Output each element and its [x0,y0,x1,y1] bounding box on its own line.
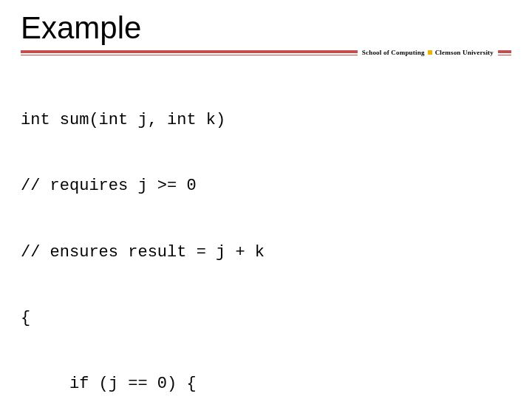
code-line: { [21,307,511,330]
affiliation-right: Clemson University [435,49,494,56]
code-line: if (j == 0) { [21,373,511,395]
affiliation-left: School of Computing [362,49,425,56]
code-line: int sum(int j, int k) [21,109,511,132]
code-line: // ensures result = j + k [21,242,511,264]
code-line: // requires j >= 0 [21,175,511,197]
title-rule: School of Computing Clemson University [21,50,511,55]
affiliation: School of Computing Clemson University [358,49,498,56]
separator-square-icon [428,50,432,55]
code-block: int sum(int j, int k) // requires j >= 0… [21,66,511,399]
page-title: Example [21,10,511,46]
slide: Example School of Computing Clemson Univ… [0,0,532,399]
